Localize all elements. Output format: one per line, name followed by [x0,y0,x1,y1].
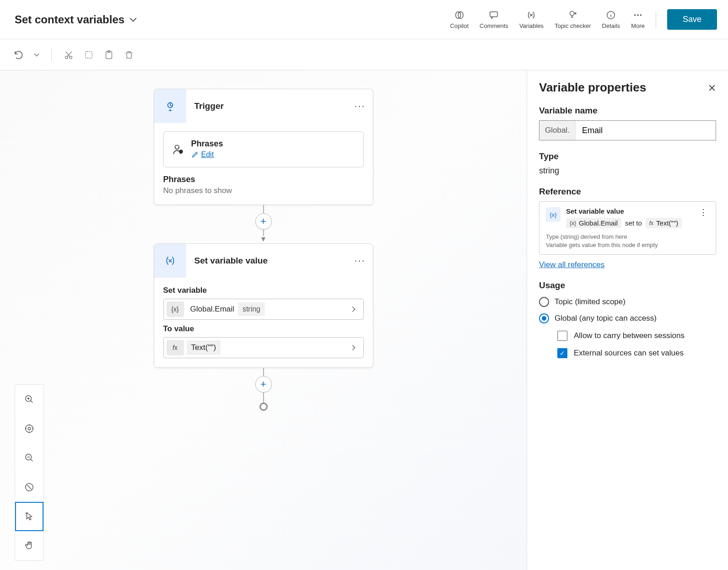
usage-global-radio[interactable]: Global (any topic can access) [539,313,716,323]
app-header: Set context variables Copilot Comments V… [0,0,728,39]
to-value-label: To value [163,324,364,333]
usage-topic-radio[interactable]: Topic (limited scope) [539,297,716,307]
node-more-button[interactable]: ··· [354,100,365,112]
topic-title: Set context variables [15,13,124,26]
authoring-canvas[interactable]: Trigger ··· ··· Phrases Edit [0,70,527,570]
reference-note: Type (string) derived from here Variable… [546,233,709,249]
undo-history-button[interactable] [33,49,40,61]
editor-toolbar [0,39,728,70]
trigger-title: Trigger [194,101,346,111]
zoom-out-button[interactable] [15,443,43,473]
trigger-icon [154,89,186,123]
set-variable-icon [154,244,186,278]
undo-button[interactable] [13,49,25,61]
type-label: Type [539,151,716,161]
zoom-toolbar [15,384,44,561]
set-variable-title: Set variable value [194,256,346,266]
copilot-icon [454,10,465,21]
svg-text:···: ··· [179,150,182,154]
arrow-down-icon: ▼ [260,235,267,243]
node-more-button[interactable]: ··· [354,255,365,267]
reference-more-button[interactable]: ⋮ [697,207,709,217]
chevron-right-icon [344,344,363,351]
fit-button[interactable] [15,414,43,443]
svg-rect-10 [86,51,92,58]
phrases-box-title: Phrases [191,139,355,149]
svg-point-15 [26,425,33,433]
set-variable-field[interactable]: {x} Global.Email string [163,299,364,320]
save-button[interactable]: Save [667,9,717,30]
variable-chip-name: Global.Email [187,305,238,314]
reference-label: Reference [539,187,716,197]
usage-label: Usage [539,280,716,290]
svg-point-14 [28,427,31,430]
variables-button[interactable]: Variables [519,10,544,29]
trigger-node[interactable]: Trigger ··· ··· Phrases Edit [154,89,373,205]
variables-icon [526,10,537,21]
variable-name-field[interactable]: Global. [539,120,716,140]
reference-icon: {x} [546,207,561,222]
variable-name-label: Variable name [539,106,716,116]
more-button[interactable]: More [631,10,645,29]
topic-title-dropdown[interactable]: Set context variables [15,13,137,26]
panel-title: Variable properties [539,81,646,95]
pan-tool-button[interactable] [15,531,43,560]
svg-rect-2 [490,12,498,17]
to-value-expression: Text("") [187,340,221,355]
variable-name-prefix: Global. [539,121,576,140]
topic-checker-button[interactable]: Topic checker [555,10,591,29]
separator [51,48,52,61]
close-panel-button[interactable] [708,84,716,92]
add-node-button[interactable]: + [255,213,272,230]
reference-title: Set variable value [566,207,692,215]
variable-name-input[interactable] [576,121,716,140]
variable-chip-type: string [238,302,265,316]
svg-point-6 [637,14,639,16]
comments-icon [488,10,499,21]
divider [656,11,656,28]
external-sources-checkbox[interactable]: ✓ External sources can set values [557,348,716,358]
phrases-label: Phrases [163,175,364,184]
copy-button[interactable] [83,49,95,61]
set-variable-node[interactable]: Set variable value ··· Set variable {x} … [154,243,373,368]
phrases-empty-text: No phrases to show [163,186,364,195]
header-actions: Copilot Comments Variables Topic checker… [450,9,717,30]
info-icon [605,10,616,21]
more-icon [632,10,643,21]
svg-point-7 [640,14,642,16]
topic-checker-icon [567,10,578,21]
set-variable-label: Set variable [163,286,364,295]
chevron-right-icon [344,306,363,312]
delete-button[interactable] [123,49,135,61]
svg-point-19 [175,145,179,149]
details-button[interactable]: Details [602,10,620,29]
comments-button[interactable]: Comments [480,10,508,29]
svg-point-5 [634,14,636,16]
chevron-down-icon [129,16,137,24]
phrases-edit-link[interactable]: Edit [191,151,214,159]
to-value-field[interactable]: fx Text("") [163,337,364,358]
variable-chip-icon: {x} [167,301,184,317]
svg-point-3 [570,11,574,16]
paste-button[interactable] [103,49,115,61]
carry-sessions-checkbox[interactable]: Allow to carry between sessions [557,331,716,341]
add-node-button[interactable]: + [255,376,272,393]
zoom-in-button[interactable] [15,385,43,414]
fx-icon: fx [167,340,184,355]
select-tool-button[interactable] [15,502,43,531]
view-all-references-link[interactable]: View all references [539,260,604,269]
reference-card[interactable]: {x} Set variable value {x}Global.Email s… [539,201,716,255]
end-node [259,403,268,411]
phrases-user-icon: ··· [172,144,184,156]
cut-button[interactable] [63,49,75,61]
variable-properties-panel: Variable properties Variable name Global… [527,70,728,570]
copilot-button[interactable]: Copilot [450,10,469,29]
type-value: string [539,166,716,176]
reset-zoom-button[interactable] [15,473,43,502]
phrases-config-box[interactable]: ··· Phrases Edit [163,131,364,167]
